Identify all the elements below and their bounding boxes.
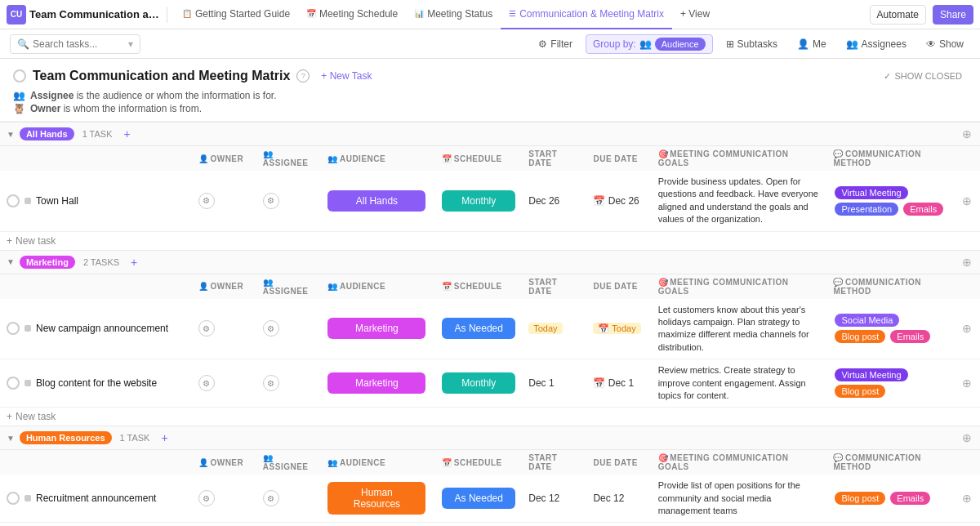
task-name-text[interactable]: Blog content for the website: [36, 377, 157, 389]
schedule-pill: As Needed: [442, 318, 515, 339]
task-name-text[interactable]: New campaign announcement: [36, 323, 168, 334]
add-view-button[interactable]: + View: [672, 0, 718, 29]
goals-text: Provide list of open positions for the c…: [658, 480, 800, 515]
owner-avatar[interactable]: ⚙: [198, 490, 215, 506]
col-header-goals: 🎯MEETING COMMUNICATION GOALS: [652, 146, 827, 172]
audience-cell: Human Resources: [321, 475, 435, 523]
group-add-task-marketing[interactable]: +: [131, 256, 137, 269]
row-overflow-button[interactable]: ⊕: [962, 194, 972, 207]
show-button[interactable]: 👁 Show: [920, 36, 970, 52]
method-badges: Social MediaBlog postEmails: [833, 313, 949, 344]
row-overflow-button[interactable]: ⊕: [962, 492, 972, 505]
page-status-circle[interactable]: [13, 69, 26, 82]
owner-avatar[interactable]: ⚙: [198, 375, 215, 391]
search-input[interactable]: [33, 38, 125, 50]
info-icon[interactable]: ?: [296, 69, 310, 82]
group-toggle-all-hands[interactable]: ▼: [7, 130, 15, 139]
filter-button[interactable]: ⚙ Filter: [532, 36, 579, 52]
tab-comm-matrix[interactable]: ☰Communication & Meeting Matrix: [501, 0, 672, 29]
due-date-cell: 📅 Dec 26: [586, 171, 651, 231]
matrix-table: ▼ All Hands 1 TASK + ⊕ 👤OWNER 👥ASSIGNEE …: [0, 122, 980, 526]
group-overflow-all-hands[interactable]: ⊕: [962, 127, 972, 140]
audience-cell: Marketing: [321, 359, 435, 408]
subtasks-button[interactable]: ⊞ Subtasks: [719, 36, 784, 52]
search-box[interactable]: 🔍 ▾: [10, 34, 140, 54]
group-by-button[interactable]: Group by: 👥 Audience: [586, 34, 713, 54]
goals-text: Let customers know about this year's hol…: [658, 305, 809, 352]
task-status-circle[interactable]: [7, 194, 20, 207]
group-header-human-resources: ▼ Human Resources 1 TASK + ⊕: [0, 426, 980, 450]
start-date: Dec 1: [528, 377, 554, 389]
table-row: Blog content for the website ⚙ ⚙ Marketi…: [0, 359, 980, 408]
new-task-link-marketing[interactable]: + New task: [7, 411, 973, 422]
col-header-due: DUE DATE: [586, 274, 651, 299]
col-headers-human-resources: 👤OWNER 👥ASSIGNEE 👥AUDIENCE 📅SCHEDULE STA…: [0, 450, 980, 475]
page-heading: Team Communication and Meeting Matrix: [33, 69, 290, 83]
audience-chip: Audience: [655, 38, 706, 51]
col-header-actions: [956, 450, 980, 475]
task-name-text[interactable]: Recruitment announcement: [36, 493, 156, 504]
row-overflow-button[interactable]: ⊕: [962, 322, 972, 335]
col-header-method: 💬COMMUNICATION METHOD: [826, 450, 956, 475]
actions-cell: ⊕: [956, 359, 980, 408]
new-task-row-all-hands: + New task: [0, 231, 980, 250]
col-header-audience: 👥AUDIENCE: [321, 146, 435, 172]
tab-meeting-status[interactable]: 📊Meeting Status: [406, 0, 501, 29]
new-task-header-button[interactable]: + New Task: [316, 69, 376, 83]
group-badge-all-hands: All Hands: [20, 127, 74, 140]
assignee-avatar[interactable]: ⚙: [263, 193, 279, 209]
tab-icon-comm-matrix: ☰: [509, 9, 516, 18]
task-status-circle[interactable]: [7, 377, 20, 390]
owner-cell: ⚙: [192, 359, 256, 408]
group-toggle-marketing[interactable]: ▼: [7, 257, 15, 266]
due-today-badge: 📅 Today: [593, 323, 640, 334]
group-badge-marketing: Marketing: [20, 256, 75, 269]
task-priority-dot: [24, 325, 31, 332]
assignee-avatar[interactable]: ⚙: [263, 320, 279, 337]
tab-getting-started[interactable]: 📋Getting Started Guide: [174, 0, 298, 29]
col-header-owner: 👤OWNER: [192, 450, 256, 475]
group-toggle-human-resources[interactable]: ▼: [7, 434, 15, 443]
group-add-task-human-resources[interactable]: +: [161, 431, 167, 444]
new-task-link-all-hands[interactable]: + New task: [7, 235, 973, 247]
assignee-avatar[interactable]: ⚙: [263, 490, 279, 506]
task-status-circle[interactable]: [7, 322, 20, 335]
main-content: Team Communication and Meeting Matrix ? …: [0, 59, 980, 526]
due-date: 📅 Dec 1: [593, 377, 634, 389]
show-closed-button[interactable]: ✓ SHOW CLOSED: [879, 69, 967, 83]
page-header: Team Communication and Meeting Matrix ? …: [0, 59, 980, 122]
goals-text: Provide business updates. Open for quest…: [658, 176, 818, 224]
task-priority-dot: [24, 495, 31, 501]
audience-cell: Marketing: [321, 299, 435, 359]
group-overflow-marketing[interactable]: ⊕: [962, 256, 972, 269]
automate-button[interactable]: Automate: [870, 5, 926, 25]
task-name-text[interactable]: Town Hall: [36, 195, 78, 207]
assignee-avatar[interactable]: ⚙: [263, 375, 279, 391]
method-cell: Social MediaBlog postEmails: [826, 299, 956, 359]
task-status-circle[interactable]: [7, 492, 20, 505]
group-count-all-hands: 1 TASK: [82, 129, 113, 139]
plus-icon: +: [7, 411, 12, 422]
owner-avatar[interactable]: ⚙: [198, 193, 215, 209]
due-date-cell: 📅 Today: [586, 299, 651, 359]
row-overflow-button[interactable]: ⊕: [962, 377, 972, 390]
due-date-cell: 📅 Dec 1: [586, 359, 651, 408]
col-header-goals: 🎯MEETING COMMUNICATION GOALS: [652, 450, 827, 475]
col-header-owner: 👤OWNER: [192, 274, 256, 299]
assignees-button[interactable]: 👥 Assignees: [840, 36, 913, 52]
start-date: Dec 12: [528, 493, 559, 504]
group-add-task-all-hands[interactable]: +: [124, 127, 131, 140]
schedule-cell: As Needed: [435, 299, 522, 359]
share-button[interactable]: Share: [933, 5, 973, 25]
owner-avatar[interactable]: ⚙: [198, 320, 215, 337]
me-button[interactable]: 👤 Me: [791, 36, 833, 52]
schedule-cell: As Needed: [435, 475, 522, 523]
tab-meeting-schedule[interactable]: 📅Meeting Schedule: [298, 0, 406, 29]
task-cell: New campaign announcement: [0, 299, 192, 359]
col-header-actions: [956, 274, 980, 299]
task-cell: Blog content for the website: [0, 359, 192, 408]
col-header-due: DUE DATE: [586, 146, 651, 172]
assignee-cell: ⚙: [256, 299, 322, 359]
group-overflow-human-resources[interactable]: ⊕: [962, 431, 972, 444]
owner-cell: ⚙: [192, 171, 256, 231]
